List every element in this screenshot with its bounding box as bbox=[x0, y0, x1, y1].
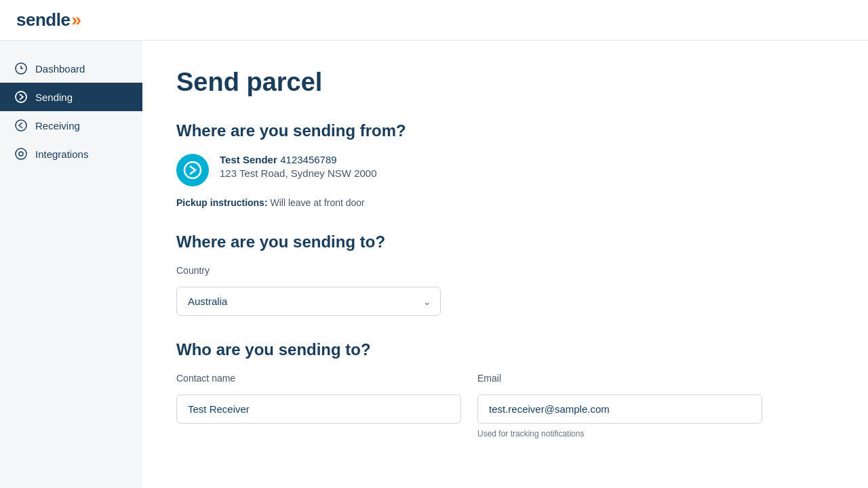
sender-name-row: Test Sender 4123456789 bbox=[220, 154, 377, 166]
email-label: Email bbox=[477, 373, 762, 384]
sender-phone: 4123456789 bbox=[280, 154, 336, 165]
sidebar-dashboard-label: Dashboard bbox=[35, 63, 85, 75]
svg-point-1 bbox=[16, 92, 26, 102]
sidebar-integrations-label: Integrations bbox=[35, 148, 88, 160]
contact-name-label: Contact name bbox=[176, 373, 461, 384]
sender-name: Test Sender bbox=[220, 154, 277, 165]
svg-point-4 bbox=[19, 152, 23, 156]
svg-point-3 bbox=[16, 148, 26, 159]
email-input[interactable] bbox=[477, 394, 762, 424]
to-section: Where are you sending to? Country Austra… bbox=[176, 232, 834, 316]
sender-avatar bbox=[176, 154, 209, 186]
sender-block: Test Sender 4123456789 123 Test Road, Sy… bbox=[176, 154, 834, 186]
page-title: Send parcel bbox=[176, 68, 834, 97]
pickup-value: Will leave at front door bbox=[270, 197, 364, 208]
email-field: Email Used for tracking notifications bbox=[477, 373, 762, 439]
integrations-icon bbox=[14, 146, 28, 161]
sending-icon bbox=[14, 89, 28, 104]
sidebar-sending-label: Sending bbox=[35, 92, 73, 103]
logo-chevron-icon: » bbox=[71, 9, 81, 30]
country-select[interactable]: Australia New Zealand United States Unit… bbox=[176, 287, 441, 316]
svg-point-2 bbox=[16, 120, 26, 131]
receiving-icon bbox=[14, 118, 28, 133]
email-hint: Used for tracking notifications bbox=[477, 429, 762, 439]
sidebar-item-integrations[interactable]: Integrations bbox=[0, 140, 142, 168]
pickup-instructions: Pickup instructions: Will leave at front… bbox=[176, 197, 834, 208]
sidebar-item-dashboard[interactable]: Dashboard bbox=[0, 54, 142, 83]
country-field: Country Australia New Zealand United Sta… bbox=[176, 265, 834, 316]
contact-name-field: Contact name bbox=[176, 373, 461, 439]
dashboard-icon bbox=[14, 61, 28, 76]
logo-text: sendle bbox=[16, 9, 70, 30]
contact-name-input[interactable] bbox=[176, 394, 461, 424]
recipient-section: Who are you sending to? Contact name Ema… bbox=[176, 340, 834, 439]
main-layout: Dashboard Sending Receiving bbox=[0, 41, 868, 488]
country-select-wrapper: Australia New Zealand United States Unit… bbox=[176, 287, 441, 316]
to-section-heading: Where are you sending to? bbox=[176, 232, 834, 251]
svg-point-5 bbox=[184, 162, 201, 178]
country-label: Country bbox=[176, 265, 834, 276]
from-section: Where are you sending from? Test Sender … bbox=[176, 121, 834, 208]
sidebar-item-sending[interactable]: Sending bbox=[0, 83, 142, 111]
main-content: Send parcel Where are you sending from? … bbox=[142, 41, 868, 488]
from-section-heading: Where are you sending from? bbox=[176, 121, 834, 140]
topbar: sendle » bbox=[0, 0, 868, 41]
recipient-form-row: Contact name Email Used for tracking not… bbox=[176, 373, 834, 439]
recipient-section-heading: Who are you sending to? bbox=[176, 340, 834, 359]
sender-address: 123 Test Road, Sydney NSW 2000 bbox=[220, 167, 377, 179]
sidebar-item-receiving[interactable]: Receiving bbox=[0, 111, 142, 140]
sidebar: Dashboard Sending Receiving bbox=[0, 41, 142, 488]
pickup-label: Pickup instructions: bbox=[176, 197, 268, 208]
logo[interactable]: sendle » bbox=[16, 9, 81, 30]
sender-info: Test Sender 4123456789 123 Test Road, Sy… bbox=[220, 154, 377, 179]
sidebar-receiving-label: Receiving bbox=[35, 120, 80, 131]
